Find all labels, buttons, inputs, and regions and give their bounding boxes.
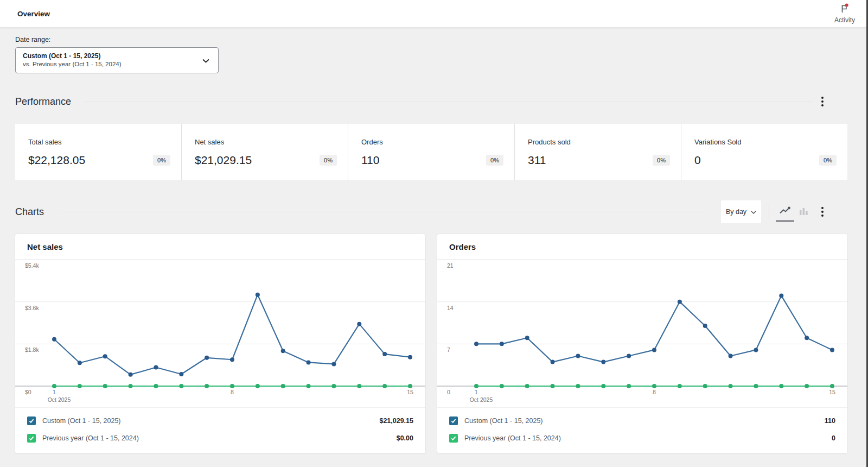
checkbox-checked-icon[interactable] bbox=[449, 434, 458, 443]
chart-controls: By day bbox=[721, 200, 832, 223]
charts-section: Charts By day bbox=[15, 200, 847, 453]
stat-card-total-sales[interactable]: Total sales $22,128.05 0% bbox=[15, 124, 182, 180]
chevron-down-icon bbox=[202, 56, 209, 65]
chart-title: Net sales bbox=[15, 234, 425, 260]
legend-value: $21,029.15 bbox=[379, 417, 413, 425]
legend-label: Previous year (Oct 1 - 15, 2024) bbox=[42, 434, 397, 442]
svg-text:15: 15 bbox=[407, 389, 413, 395]
stat-label: Total sales bbox=[28, 138, 170, 146]
svg-text:Oct 2025: Oct 2025 bbox=[470, 396, 493, 403]
orders-plot[interactable]: 2114701Oct 2025815 bbox=[437, 260, 847, 407]
stat-value: 0 bbox=[694, 154, 701, 167]
checkbox-checked-icon[interactable] bbox=[27, 416, 36, 425]
stat-change-badge: 0% bbox=[320, 155, 337, 166]
performance-section: Performance Total sales $22,128.05 0% Ne… bbox=[15, 92, 847, 180]
date-range-secondary: vs. Previous year (Oct 1 - 15, 2024) bbox=[23, 60, 122, 68]
performance-menu-button[interactable] bbox=[813, 92, 832, 111]
svg-text:$5.4k: $5.4k bbox=[25, 262, 39, 269]
legend-value: $0.00 bbox=[397, 434, 413, 442]
stat-change-badge: 0% bbox=[653, 155, 670, 166]
date-range-primary: Custom (Oct 1 - 15, 2025) bbox=[23, 52, 122, 61]
legend-value: 110 bbox=[825, 417, 835, 425]
svg-text:8: 8 bbox=[231, 389, 234, 395]
performance-heading: Performance bbox=[15, 96, 71, 108]
net-sales-chart-card: Net sales $5.4k$3.6k$1.8k$01Oct 2025815 … bbox=[15, 234, 425, 453]
divider bbox=[85, 102, 813, 102]
page-title: Overview bbox=[17, 10, 50, 18]
analytics-overview-page: Date range: Custom (Oct 1 - 15, 2025) vs… bbox=[0, 27, 847, 453]
activity-label: Activity bbox=[834, 16, 855, 24]
interval-label: By day bbox=[726, 208, 746, 216]
legend-value: 0 bbox=[832, 434, 835, 442]
divider bbox=[58, 212, 707, 212]
interval-select[interactable]: By day bbox=[721, 200, 761, 223]
svg-text:$1.8k: $1.8k bbox=[25, 346, 39, 353]
bar-chart-toggle[interactable] bbox=[794, 202, 813, 222]
stat-change-badge: 0% bbox=[153, 155, 170, 166]
activity-button[interactable]: Activity bbox=[834, 3, 855, 24]
chart-title: Orders bbox=[437, 234, 847, 260]
svg-text:21: 21 bbox=[447, 262, 454, 269]
flag-icon bbox=[839, 3, 850, 15]
svg-text:Oct 2025: Oct 2025 bbox=[48, 396, 71, 403]
legend-label: Custom (Oct 1 - 15, 2025) bbox=[42, 417, 379, 425]
stats-row: Total sales $22,128.05 0% Net sales $21,… bbox=[15, 124, 847, 180]
legend-label: Custom (Oct 1 - 15, 2025) bbox=[464, 417, 825, 425]
chart-legend: Custom (Oct 1 - 15, 2025)110Previous yea… bbox=[437, 407, 847, 453]
svg-text:$0: $0 bbox=[25, 389, 31, 395]
chart-legend: Custom (Oct 1 - 15, 2025)$21,029.15Previ… bbox=[15, 407, 425, 453]
topbar: Overview Activity bbox=[0, 0, 868, 27]
legend-item[interactable]: Previous year (Oct 1 - 15, 2024)0 bbox=[449, 430, 835, 447]
date-range-label: Date range: bbox=[15, 36, 847, 43]
orders-chart-card: Orders 2114701Oct 2025815 Custom (Oct 1 … bbox=[437, 234, 847, 453]
line-chart-icon bbox=[780, 206, 791, 216]
charts-heading: Charts bbox=[15, 206, 44, 218]
legend-item[interactable]: Custom (Oct 1 - 15, 2025)$21,029.15 bbox=[27, 412, 413, 430]
divider bbox=[769, 204, 769, 220]
stat-value: $22,128.05 bbox=[28, 154, 85, 167]
line-chart-toggle[interactable] bbox=[776, 202, 794, 222]
stat-card-products-sold[interactable]: Products sold 311 0% bbox=[515, 124, 681, 180]
svg-text:0: 0 bbox=[447, 389, 450, 395]
stat-label: Variations Sold bbox=[694, 138, 837, 146]
checkbox-checked-icon[interactable] bbox=[27, 434, 36, 443]
legend-item[interactable]: Custom (Oct 1 - 15, 2025)110 bbox=[449, 412, 835, 430]
stat-change-badge: 0% bbox=[486, 155, 503, 166]
date-filter: Date range: Custom (Oct 1 - 15, 2025) vs… bbox=[15, 36, 847, 73]
svg-text:15: 15 bbox=[829, 389, 835, 395]
stat-value: 311 bbox=[528, 154, 546, 167]
stat-change-badge: 0% bbox=[819, 155, 837, 166]
notification-dot-icon bbox=[845, 4, 848, 7]
bar-chart-icon bbox=[799, 207, 808, 217]
svg-text:7: 7 bbox=[447, 346, 450, 353]
stat-label: Products sold bbox=[528, 138, 670, 146]
chart-grid: Net sales $5.4k$3.6k$1.8k$01Oct 2025815 … bbox=[15, 234, 847, 453]
stat-card-variations-sold[interactable]: Variations Sold 0 0% bbox=[681, 124, 847, 180]
svg-text:$3.6k: $3.6k bbox=[25, 305, 39, 311]
svg-text:14: 14 bbox=[447, 305, 454, 311]
stat-label: Orders bbox=[361, 138, 503, 146]
svg-text:1: 1 bbox=[53, 389, 56, 395]
date-range-select[interactable]: Custom (Oct 1 - 15, 2025) vs. Previous y… bbox=[15, 47, 219, 73]
stat-card-orders[interactable]: Orders 110 0% bbox=[348, 124, 515, 180]
svg-text:8: 8 bbox=[653, 389, 656, 395]
checkbox-checked-icon[interactable] bbox=[449, 416, 458, 425]
svg-text:1: 1 bbox=[475, 389, 478, 395]
legend-label: Previous year (Oct 1 - 15, 2024) bbox=[464, 434, 832, 442]
stat-value: 110 bbox=[361, 154, 379, 167]
charts-menu-button[interactable] bbox=[813, 202, 832, 222]
stat-label: Net sales bbox=[195, 138, 337, 146]
chevron-down-icon bbox=[751, 208, 756, 216]
stat-card-net-sales[interactable]: Net sales $21,029.15 0% bbox=[182, 124, 348, 180]
stat-value: $21,029.15 bbox=[195, 154, 252, 167]
net-sales-plot[interactable]: $5.4k$3.6k$1.8k$01Oct 2025815 bbox=[15, 260, 425, 407]
legend-item[interactable]: Previous year (Oct 1 - 15, 2024)$0.00 bbox=[27, 430, 413, 447]
